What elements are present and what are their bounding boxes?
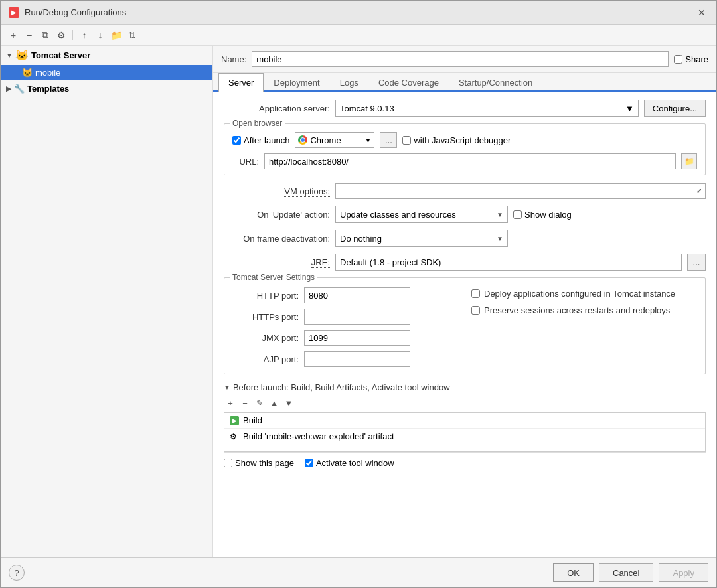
- jre-row: JRE: Default (1.8 - project SDK) ...: [224, 254, 706, 271]
- share-label: Share: [685, 54, 708, 64]
- sidebar-item-mobile[interactable]: 🐱 mobile: [1, 65, 212, 80]
- artifact-icon: ⚙: [230, 432, 239, 441]
- browser-select[interactable]: Chrome ▼: [295, 132, 374, 148]
- vm-input-wrapper: ⤢: [335, 183, 706, 199]
- on-frame-row: On frame deactivation: Do nothing ▼: [224, 230, 706, 247]
- url-label: URL:: [232, 157, 259, 167]
- jre-select[interactable]: Default (1.8 - project SDK): [335, 254, 682, 271]
- dialog-footer: ? OK Cancel Apply: [1, 557, 716, 587]
- on-update-select[interactable]: Update classes and resources ▼: [335, 206, 508, 223]
- sidebar-item-label-mobile: mobile: [35, 68, 60, 78]
- on-frame-select[interactable]: Do nothing ▼: [335, 230, 508, 247]
- ports-grid: HTTP port: 8080 HTTPs port: JMX port: 10…: [232, 287, 697, 367]
- tab-logs[interactable]: Logs: [330, 73, 368, 92]
- content-area: Application server: Tomcat 9.0.13 ▼ Conf…: [213, 92, 716, 557]
- copy-config-button[interactable]: ⧉: [38, 28, 52, 42]
- settings-config-button[interactable]: ⚙: [54, 28, 68, 42]
- show-dialog-checkbox[interactable]: [513, 210, 522, 219]
- show-page-label: Show this page: [235, 458, 294, 468]
- jmx-port-label: JMX port:: [232, 333, 299, 343]
- on-frame-label: On frame deactivation:: [224, 234, 330, 244]
- bl-item-build[interactable]: ▶ Build: [224, 413, 705, 429]
- ports-left: HTTP port: 8080 HTTPs port: JMX port: 10…: [232, 287, 458, 367]
- after-launch-checkbox[interactable]: [232, 136, 241, 145]
- expand-arrow-tomcat: ▼: [6, 52, 13, 59]
- jre-dots-button[interactable]: ...: [687, 254, 706, 271]
- preserve-sessions-label: Preserve sessions across restarts and re…: [484, 305, 670, 315]
- browser-name: Chrome: [310, 135, 341, 145]
- browser-row: After launch Chrome ▼ ... with JavaScrip…: [232, 132, 697, 148]
- configure-button[interactable]: Configure...: [644, 100, 706, 117]
- tab-deployment[interactable]: Deployment: [264, 73, 329, 92]
- help-button[interactable]: ?: [9, 565, 25, 581]
- after-launch-label[interactable]: After launch: [232, 135, 289, 145]
- bl-edit-button[interactable]: ✎: [253, 396, 266, 409]
- url-input[interactable]: http://localhost:8080/: [264, 153, 676, 169]
- activate-tool-checkbox[interactable]: [305, 459, 313, 467]
- before-launch-section: ▼ Before launch: Build, Build Artifacts,…: [224, 382, 706, 452]
- on-update-arrow: ▼: [497, 211, 503, 218]
- vm-label-underline: VM options:: [284, 186, 330, 197]
- on-update-value: Update classes and resources: [340, 210, 456, 220]
- move-down-button[interactable]: ↓: [93, 28, 108, 42]
- name-input[interactable]: mobile: [252, 51, 669, 67]
- app-server-select[interactable]: Tomcat 9.0.13 ▼: [335, 100, 639, 117]
- show-page-checkbox[interactable]: [224, 459, 232, 467]
- deploy-tomcat-row: Deploy applications configured in Tomcat…: [471, 289, 697, 299]
- main-panel: Name: mobile Share Server Deployment Log…: [213, 46, 716, 557]
- move-up-button[interactable]: ↑: [77, 28, 92, 42]
- url-row: URL: http://localhost:8080/ 📁: [232, 153, 697, 169]
- preserve-sessions-checkbox[interactable]: [471, 306, 480, 315]
- toolbar: + − ⧉ ⚙ ↑ ↓ 📁 ⇅: [1, 25, 716, 46]
- http-port-input[interactable]: 8080: [304, 287, 410, 303]
- url-folder-button[interactable]: 📁: [681, 153, 697, 169]
- vm-expand-button[interactable]: ⤢: [694, 185, 704, 196]
- bl-add-button[interactable]: +: [224, 396, 237, 409]
- browser-dropdown-arrow: ▼: [364, 137, 371, 144]
- vm-options-input[interactable]: [335, 183, 706, 199]
- ajp-port-row: AJP port:: [232, 351, 458, 367]
- remove-config-button[interactable]: −: [22, 28, 37, 42]
- on-frame-value: Do nothing: [340, 234, 382, 244]
- ok-button[interactable]: OK: [553, 563, 594, 582]
- browser-dots-button[interactable]: ...: [380, 132, 397, 148]
- bl-item-artifact[interactable]: ⚙ Build 'mobile-web:war exploded' artifa…: [224, 429, 705, 444]
- mobile-icon: 🐱: [22, 68, 33, 78]
- sidebar-group-tomcat[interactable]: ▼ 🐱 Tomcat Server: [1, 46, 212, 65]
- js-debugger-label[interactable]: with JavaScript debugger: [402, 135, 511, 145]
- bl-up-button[interactable]: ▲: [268, 396, 281, 409]
- close-button[interactable]: ✕: [695, 6, 708, 19]
- add-config-button[interactable]: +: [6, 28, 21, 42]
- http-port-row: HTTP port: 8080: [232, 287, 458, 303]
- run-debug-dialog: ▶ Run/Debug Configurations ✕ + − ⧉ ⚙ ↑ ↓…: [0, 0, 717, 588]
- bl-item-artifact-text: Build 'mobile-web:war exploded' artifact: [243, 431, 394, 441]
- vm-options-label: VM options:: [224, 186, 330, 196]
- http-port-label: HTTP port:: [232, 291, 299, 301]
- show-dialog-area: Show dialog: [513, 210, 572, 220]
- toolbar-separator: [72, 30, 73, 40]
- apply-button[interactable]: Apply: [659, 563, 708, 582]
- https-port-input[interactable]: [304, 309, 410, 325]
- jmx-port-row: JMX port: 1099: [232, 330, 458, 346]
- footer-left: ?: [9, 565, 25, 581]
- tab-server[interactable]: Server: [218, 73, 264, 92]
- cancel-button[interactable]: Cancel: [599, 563, 653, 582]
- tab-startup-connection[interactable]: Startup/Connection: [449, 73, 542, 92]
- ajp-port-input[interactable]: [304, 351, 410, 367]
- before-launch-header[interactable]: ▼ Before launch: Build, Build Artifacts,…: [224, 382, 706, 392]
- bl-down-button[interactable]: ▼: [282, 396, 295, 409]
- tomcat-icon: 🐱: [15, 49, 29, 62]
- jmx-port-input[interactable]: 1099: [304, 330, 410, 346]
- show-page-area[interactable]: Show this page: [224, 458, 294, 468]
- folder-button[interactable]: 📁: [109, 28, 123, 42]
- bl-remove-button[interactable]: −: [238, 396, 252, 409]
- server-settings-section: Tomcat Server Settings HTTP port: 8080 H…: [224, 277, 706, 374]
- tab-code-coverage[interactable]: Code Coverage: [368, 73, 449, 92]
- footer-right: OK Cancel Apply: [553, 563, 708, 582]
- activate-tool-area[interactable]: Activate tool window: [305, 458, 394, 468]
- sort-button[interactable]: ⇅: [125, 28, 139, 42]
- js-debugger-checkbox[interactable]: [402, 136, 411, 145]
- deploy-tomcat-checkbox[interactable]: [471, 289, 480, 298]
- share-checkbox[interactable]: [674, 55, 682, 64]
- sidebar-group-templates[interactable]: ▶ 🔧 Templates: [1, 80, 212, 97]
